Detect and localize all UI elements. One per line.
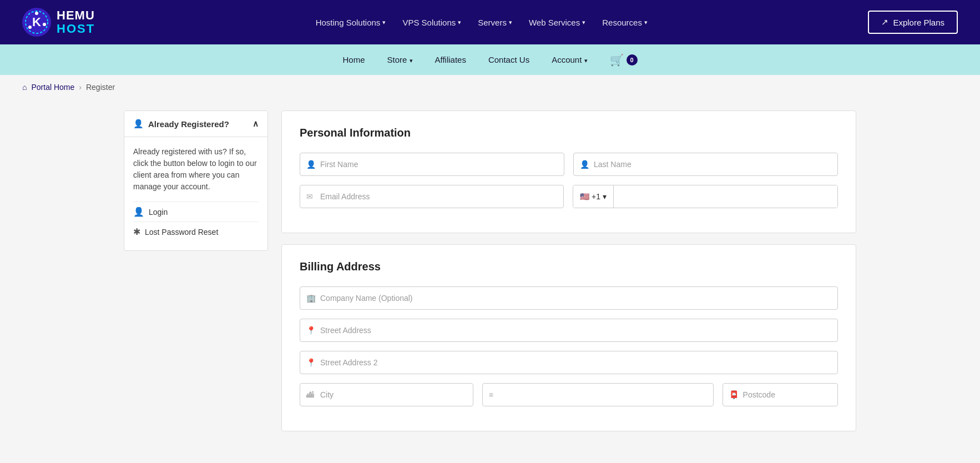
city-input[interactable] (300, 383, 473, 406)
phone-number-input[interactable] (614, 185, 837, 208)
state-field: ≡ (482, 383, 714, 406)
email-phone-row: ✉ 🇺🇸 +1 ▾ (300, 185, 838, 208)
chevron-down-icon: ▾ (603, 192, 607, 201)
nav-resources[interactable]: Resources ▾ (602, 18, 648, 27)
breadcrumb-portal-home[interactable]: Portal Home (31, 83, 74, 92)
cart-icon: 🛒 (610, 53, 624, 67)
registration-form: Personal Information 👤 👤 ✉ (281, 110, 856, 442)
city-icon: 🏙 (306, 390, 314, 399)
cart-count-badge: 0 (627, 54, 638, 66)
street-address-input[interactable] (300, 319, 838, 342)
company-name-field: 🏢 (300, 286, 838, 310)
sidebar-lost-password-link[interactable]: ✱ Lost Password Reset (133, 222, 259, 241)
secondary-navigation: Home Store ▾ Affiliates Contact Us Accou… (0, 44, 980, 75)
email-icon: ✉ (306, 192, 313, 201)
external-link-icon: ↗ (881, 17, 888, 27)
billing-address-section: Billing Address 🏢 📍 📍 (281, 244, 856, 431)
state-input[interactable] (482, 383, 714, 406)
company-name-input[interactable] (300, 286, 838, 310)
personal-info-section: Personal Information 👤 👤 ✉ (281, 110, 856, 233)
building-icon: 🏢 (306, 294, 316, 303)
phone-prefix-dropdown[interactable]: 🇺🇸 +1 ▾ (573, 185, 614, 208)
street-address2-field: 📍 (300, 351, 838, 374)
chevron-down-icon: ▾ (458, 19, 461, 26)
email-input[interactable] (300, 185, 564, 208)
sec-nav-account[interactable]: Account ▾ (552, 55, 587, 64)
street1-row: 📍 (300, 319, 838, 342)
nav-web-services[interactable]: Web Services ▾ (529, 18, 585, 27)
user-icon: 👤 (580, 160, 589, 169)
personal-info-title: Personal Information (300, 127, 838, 139)
sec-nav-affiliates[interactable]: Affiliates (435, 55, 466, 64)
map-icon: 📍 (306, 358, 316, 367)
svg-point-5 (28, 26, 32, 29)
home-icon: ⌂ (22, 83, 27, 92)
svg-point-3 (35, 12, 38, 15)
sidebar-login-link[interactable]: 👤 Login (133, 202, 259, 222)
list-icon: ≡ (489, 390, 493, 399)
explore-plans-button[interactable]: ↗ Explore Plans (868, 11, 958, 34)
nav-vps-solutions[interactable]: VPS Solutions ▾ (402, 18, 461, 27)
sidebar: 👤 Already Registered? ∧ Already register… (124, 110, 268, 442)
breadcrumb-separator: › (79, 83, 82, 92)
company-row: 🏢 (300, 286, 838, 310)
sec-nav-contact[interactable]: Contact Us (488, 55, 529, 64)
first-name-input[interactable] (300, 153, 564, 176)
billing-address-title: Billing Address (300, 260, 838, 273)
svg-text:K: K (32, 15, 41, 29)
user-icon: 👤 (133, 207, 144, 217)
phone-field: 🇺🇸 +1 ▾ (573, 185, 838, 208)
postcode-input[interactable] (723, 383, 838, 406)
email-field: ✉ (300, 185, 564, 208)
logo[interactable]: K HEMU HOST (22, 8, 95, 37)
first-name-field: 👤 (300, 153, 564, 176)
logo-icon: K (22, 8, 51, 37)
sidebar-card: 👤 Already Registered? ∧ Already register… (124, 110, 268, 251)
street-address2-input[interactable] (300, 351, 838, 374)
nav-servers[interactable]: Servers ▾ (478, 18, 512, 27)
sidebar-body: Already registered with us? If so, click… (124, 137, 267, 250)
chevron-down-icon: ▾ (644, 19, 648, 26)
sidebar-header[interactable]: 👤 Already Registered? ∧ (124, 111, 267, 137)
chevron-down-icon: ▾ (410, 57, 413, 64)
top-nav-links: Hosting Solutions ▾ VPS Solutions ▾ Serv… (316, 18, 648, 27)
phone-country-code: +1 (592, 192, 600, 201)
street2-row: 📍 (300, 351, 838, 374)
chevron-down-icon: ▾ (582, 19, 585, 26)
asterisk-icon: ✱ (133, 227, 140, 237)
street-address-field: 📍 (300, 319, 838, 342)
city-state-postcode-row: 🏙 ≡ 📮 (300, 383, 838, 406)
cart-button[interactable]: 🛒 0 (610, 53, 638, 67)
top-navigation: K HEMU HOST Hosting Solutions ▾ VPS Solu… (0, 0, 980, 44)
postcode-icon: 📮 (729, 390, 739, 399)
chevron-up-icon: ∧ (252, 119, 259, 129)
flag-icon: 🇺🇸 (580, 192, 589, 201)
breadcrumb-current: Register (86, 83, 115, 92)
last-name-field: 👤 (573, 153, 838, 176)
breadcrumb: ⌂ Portal Home › Register (0, 75, 980, 99)
sidebar-description: Already registered with us? If so, click… (133, 146, 259, 193)
sec-nav-home[interactable]: Home (342, 55, 365, 64)
page-content: 👤 Already Registered? ∧ Already register… (102, 99, 878, 463)
sec-nav-store[interactable]: Store ▾ (387, 55, 412, 64)
last-name-input[interactable] (573, 153, 838, 176)
postcode-field: 📮 (723, 383, 838, 406)
chevron-down-icon: ▾ (382, 19, 386, 26)
map-icon: 📍 (306, 326, 316, 335)
user-icon: 👤 (306, 160, 316, 169)
chevron-down-icon: ▾ (584, 57, 588, 64)
nav-hosting-solutions[interactable]: Hosting Solutions ▾ (316, 18, 386, 27)
chevron-down-icon: ▾ (509, 19, 512, 26)
svg-point-4 (43, 23, 46, 26)
sidebar-header-left: 👤 Already Registered? (133, 119, 229, 129)
logo-text: HEMU HOST (57, 9, 95, 36)
user-icon: 👤 (133, 119, 144, 129)
name-row: 👤 👤 (300, 153, 838, 176)
logo-brand-part1: HEMU (57, 9, 95, 22)
logo-brand-part2: HOST (57, 22, 95, 36)
city-field: 🏙 (300, 383, 473, 406)
